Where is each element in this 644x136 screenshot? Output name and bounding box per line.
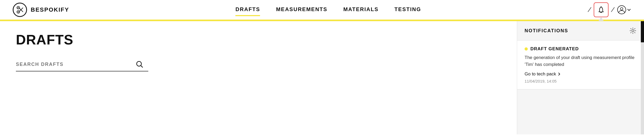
svg-point-5 [18,11,19,12]
nav-materials[interactable]: MATERIALS [343,6,378,13]
svg-point-11 [632,30,634,32]
nav-testing[interactable]: TESTING [395,6,421,13]
svg-line-2 [20,8,23,12]
nav-drafts[interactable]: DRAFTS [235,6,260,13]
svg-point-9 [137,61,141,66]
svg-line-10 [141,66,143,67]
notif-title-row: DRAFT GENERATED [525,46,637,52]
notifications-title: NOTIFICATIONS [525,28,568,34]
scrollbar-track [641,21,644,134]
search-area [16,60,148,71]
main-area: DRAFTS NOTIFICATIONS DRAFT GENERATED [0,21,644,134]
chevron-right-icon [557,72,561,76]
search-icon [136,60,144,68]
notifications-bell-button[interactable] [594,2,609,17]
search-input[interactable] [16,62,132,67]
nav-right: / / [587,2,631,17]
notifications-settings-button[interactable] [629,27,637,34]
page-title: DRAFTS [16,32,501,48]
gear-icon [629,27,637,34]
scrollbar-thumb[interactable] [641,21,644,42]
user-menu-button[interactable] [617,3,631,17]
navbar: BESPOKIFY DRAFTS MEASUREMENTS MATERIALS … [0,0,644,21]
content-area: DRAFTS [0,21,517,134]
notif-timestamp: 11/04/2019, 14:05 [525,79,637,83]
notification-item: DRAFT GENERATED The generation of your d… [517,40,644,89]
svg-point-8 [620,8,623,10]
nav-measurements[interactable]: MEASUREMENTS [276,6,327,13]
svg-line-3 [20,8,23,11]
notif-title: DRAFT GENERATED [530,46,579,52]
brand-name: BESPOKIFY [31,6,69,13]
go-to-tech-pack-link[interactable]: Go to tech pack [525,71,637,77]
svg-point-4 [18,7,19,8]
logo-area: BESPOKIFY [13,3,69,17]
logo-icon [13,3,27,17]
notifications-panel: NOTIFICATIONS DRAFT GENERATED The genera… [517,21,644,134]
notifications-header: NOTIFICATIONS [517,21,644,40]
nav-links: DRAFTS MEASUREMENTS MATERIALS TESTING [235,6,421,13]
separator-1: / [587,6,592,14]
notif-dot [525,47,528,51]
separator-2: / [610,6,615,14]
go-to-tech-pack-label: Go to tech pack [525,71,556,77]
notif-body: The generation of your draft using measu… [525,54,637,68]
